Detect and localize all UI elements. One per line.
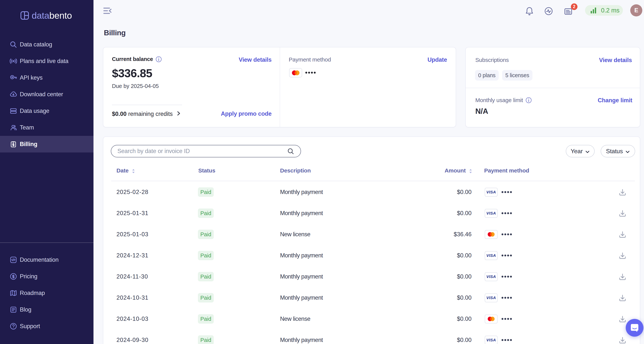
invoice-payment-method: VISA [485, 266, 498, 287]
balance-view-details-link[interactable]: View details [238, 56, 272, 63]
app-root: databento Data catalogPlans and live dat… [0, 0, 644, 344]
collapse-sidebar-icon[interactable] [103, 7, 112, 14]
invoice-amount: $0.00 [405, 266, 472, 287]
sidebar-item-plans-and-live-data[interactable]: Plans and live data [0, 53, 94, 69]
download-invoice-button[interactable] [619, 287, 626, 308]
invoice-date: 2024-11-30 [116, 266, 148, 287]
notifications-bell-icon[interactable] [526, 7, 533, 16]
download-invoice-button[interactable] [619, 308, 626, 329]
year-filter-button[interactable]: Year [566, 145, 594, 157]
signal-bars-icon [591, 7, 596, 14]
download-icon [619, 336, 626, 344]
sort-icon [469, 168, 472, 173]
payment-card-box: VISA [485, 251, 498, 260]
download-invoice-button[interactable] [619, 203, 626, 224]
invoice-search-input[interactable] [111, 145, 301, 157]
info-icon[interactable] [526, 97, 532, 103]
notification-count-badge: 2 [571, 4, 578, 10]
download-invoice-button[interactable] [619, 329, 626, 344]
subscriptions-view-details-link[interactable]: View details [599, 57, 632, 64]
status-badge: Paid [198, 293, 214, 302]
sidebar-item-label: Blog [20, 306, 31, 313]
invoices-card: Year Status Date Status Description Amou… [103, 136, 640, 344]
sidebar-item-team[interactable]: Team [0, 119, 94, 136]
column-header-date[interactable]: Date [116, 167, 135, 174]
invoice-row: 2024-10-31PaidMonthly payment$0.00VISA [103, 287, 640, 308]
chat-bubble-button[interactable] [626, 319, 644, 337]
payment-update-link[interactable]: Update [428, 56, 447, 63]
download-invoice-button[interactable] [619, 182, 626, 203]
sidebar-item-billing[interactable]: Billing [0, 136, 94, 152]
invoice-description: Monthly payment [280, 245, 323, 266]
sidebar-item-label: Team [20, 124, 34, 131]
sidebar-item-data-catalog[interactable]: Data catalog [0, 36, 94, 53]
dollar-circle-icon [10, 273, 17, 280]
invoice-description: Monthly payment [280, 287, 323, 308]
usage-limit-value: N/A [475, 107, 488, 115]
map-icon [10, 289, 17, 297]
invoice-description: New license [280, 308, 310, 329]
download-invoice-button[interactable] [619, 224, 626, 245]
key-icon [10, 74, 17, 81]
invoice-description: Monthly payment [280, 203, 323, 224]
invoice-status: Paid [198, 245, 214, 266]
apply-promo-code-link[interactable]: Apply promo code [221, 110, 272, 117]
brand-name-prefix: data [32, 10, 49, 21]
payment-card-box [485, 314, 498, 323]
sidebar-item-roadmap[interactable]: Roadmap [0, 285, 94, 301]
masked-card-digits [502, 266, 513, 287]
masked-card-digits [502, 308, 513, 329]
table-header-row: Date Status Description Amount Payment m… [103, 167, 640, 174]
balance-divider [112, 105, 182, 105]
remaining-credits[interactable]: $0.00 remaining credits [112, 110, 180, 118]
payment-card-box: VISA [485, 209, 498, 218]
sidebar-item-download-center[interactable]: Download center [0, 86, 94, 103]
invoice-status: Paid [198, 182, 214, 203]
latency-pill[interactable]: 0.2 ms [585, 5, 623, 16]
invoice-amount: $36.46 [405, 224, 472, 245]
change-limit-link[interactable]: Change limit [598, 97, 632, 104]
user-avatar[interactable]: E [630, 4, 642, 17]
invoice-row: 2024-11-30PaidMonthly payment$0.00VISA [103, 266, 640, 287]
masked-card-digits [502, 287, 513, 308]
sidebar-item-label: Pricing [20, 273, 37, 280]
latency-value: 0.2 ms [601, 7, 620, 14]
subscription-chip: 5 licenses [502, 70, 532, 81]
card-masked-digits-dots [502, 276, 513, 278]
sidebar-item-api-keys[interactable]: API keys [0, 69, 94, 86]
search-icon [10, 41, 17, 48]
sidebar-item-blog[interactable]: Blog [0, 301, 94, 318]
sidebar-item-label: Data usage [20, 108, 50, 114]
server-icon [10, 107, 17, 114]
subscriptions-card: Subscriptions View details 0 plans5 lice… [465, 47, 640, 127]
brand-name: databento [32, 10, 72, 21]
info-icon[interactable] [156, 56, 162, 62]
invoice-row: 2024-09-30PaidMonthly payment$0.00VISA [103, 329, 640, 344]
invoices-news-icon[interactable] [564, 7, 572, 15]
payment-card-box: VISA [485, 293, 498, 302]
sidebar-item-documentation[interactable]: Documentation [0, 252, 94, 268]
card-masked-digits-dots [502, 255, 513, 256]
column-header-amount[interactable]: Amount [405, 167, 472, 174]
download-icon [619, 231, 626, 238]
visa-logo: VISA [486, 274, 496, 279]
mastercard-icon [289, 68, 302, 77]
download-invoice-button[interactable] [619, 245, 626, 266]
subscription-chip: 0 plans [475, 70, 499, 81]
subscriptions-divider [466, 88, 640, 88]
sidebar-item-pricing[interactable]: Pricing [0, 268, 94, 285]
download-icon [619, 188, 626, 196]
sidebar-item-support[interactable]: Support [0, 318, 94, 334]
brand-logo[interactable]: databento [20, 11, 72, 20]
column-header-payment-method: Payment method [484, 167, 529, 174]
invoice-status: Paid [198, 287, 214, 308]
sidebar-item-data-usage[interactable]: Data usage [0, 103, 94, 119]
status-filter-button[interactable]: Status [601, 145, 635, 157]
code-icon [10, 256, 17, 263]
status-activity-icon[interactable] [544, 7, 553, 15]
column-label: Date [116, 167, 128, 174]
download-icon [619, 210, 626, 217]
masked-card-digits [502, 245, 513, 266]
sidebar-item-label: Plans and live data [20, 58, 68, 65]
download-invoice-button[interactable] [619, 266, 626, 287]
